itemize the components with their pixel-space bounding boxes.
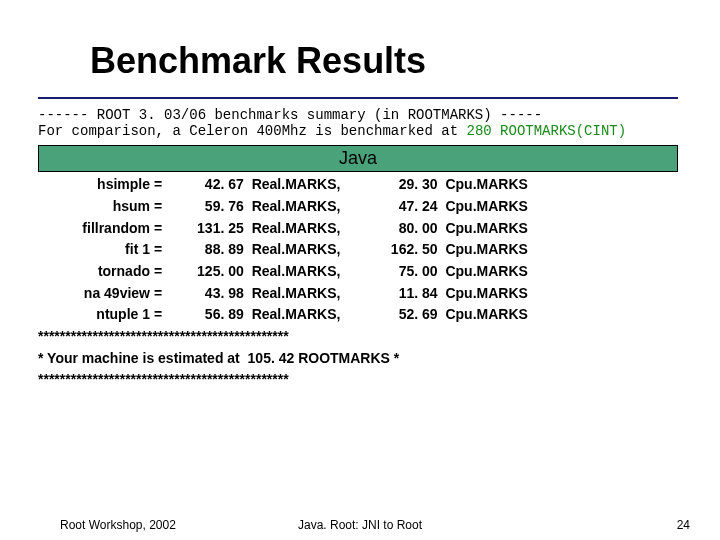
bench-name: na 49view — [38, 283, 150, 305]
cpumarks-unit: Cpu.MARKS — [441, 174, 551, 196]
footer-mid: Java. Root: JNI to Root — [0, 518, 720, 532]
realmarks-unit: Real.MARKS, — [248, 218, 366, 240]
stars-bottom: ****************************************… — [38, 371, 289, 387]
cpumarks-unit: Cpu.MARKS — [441, 283, 551, 305]
bench-name: fillrandom — [38, 218, 150, 240]
equals-sign: = — [154, 174, 172, 196]
realmarks-value: 42. 67 — [176, 174, 244, 196]
equals-sign: = — [154, 261, 172, 283]
cpumarks-unit: Cpu.MARKS — [441, 196, 551, 218]
slide-title: Benchmark Results — [90, 40, 688, 82]
cpumarks-unit: Cpu.MARKS — [441, 218, 551, 240]
header-line2-green: 280 ROOTMARKS(CINT) — [466, 123, 626, 139]
realmarks-unit: Real.MARKS, — [248, 239, 366, 261]
cpumarks-value: 52. 69 — [370, 304, 438, 326]
equals-sign: = — [154, 304, 172, 326]
realmarks-value: 56. 89 — [176, 304, 244, 326]
table-row: ntuple 1 = 56. 89 Real.MARKS, 52. 69 Cpu… — [38, 304, 688, 326]
bench-name: hsum — [38, 196, 150, 218]
footer-page: 24 — [677, 518, 690, 532]
realmarks-value: 131. 25 — [176, 218, 244, 240]
table-row: hsimple = 42. 67 Real.MARKS, 29. 30 Cpu.… — [38, 174, 688, 196]
bench-name: hsimple — [38, 174, 150, 196]
cpumarks-value: 29. 30 — [370, 174, 438, 196]
equals-sign: = — [154, 196, 172, 218]
header-line1: ------ ROOT 3. 03/06 benchmarks summary … — [38, 107, 542, 123]
table-row: hsum = 59. 76 Real.MARKS, 47. 24 Cpu.MAR… — [38, 196, 688, 218]
realmarks-value: 43. 98 — [176, 283, 244, 305]
estimate-line: * Your machine is estimated at 105. 42 R… — [38, 350, 399, 366]
slide: Benchmark Results ------ ROOT 3. 03/06 b… — [0, 0, 720, 540]
table-row: fillrandom = 131. 25 Real.MARKS, 80. 00 … — [38, 218, 688, 240]
realmarks-value: 125. 00 — [176, 261, 244, 283]
equals-sign: = — [154, 283, 172, 305]
table-row: fit 1 = 88. 89 Real.MARKS, 162. 50 Cpu.M… — [38, 239, 688, 261]
java-bar: Java — [38, 145, 678, 172]
bench-name: ntuple 1 — [38, 304, 150, 326]
equals-sign: = — [154, 239, 172, 261]
cpumarks-value: 47. 24 — [370, 196, 438, 218]
table-row: tornado = 125. 00 Real.MARKS, 75. 00 Cpu… — [38, 261, 688, 283]
cpumarks-value: 75. 00 — [370, 261, 438, 283]
equals-sign: = — [154, 218, 172, 240]
realmarks-value: 59. 76 — [176, 196, 244, 218]
bench-name: fit 1 — [38, 239, 150, 261]
summary-block: ****************************************… — [38, 326, 688, 391]
cpumarks-value: 11. 84 — [370, 283, 438, 305]
cpumarks-value: 80. 00 — [370, 218, 438, 240]
realmarks-unit: Real.MARKS, — [248, 283, 366, 305]
cpumarks-value: 162. 50 — [370, 239, 438, 261]
cpumarks-unit: Cpu.MARKS — [441, 261, 551, 283]
header-mono: ------ ROOT 3. 03/06 benchmarks summary … — [38, 107, 688, 139]
realmarks-unit: Real.MARKS, — [248, 304, 366, 326]
realmarks-unit: Real.MARKS, — [248, 261, 366, 283]
cpumarks-unit: Cpu.MARKS — [441, 239, 551, 261]
title-rule — [38, 97, 678, 99]
benchmark-table: hsimple = 42. 67 Real.MARKS, 29. 30 Cpu.… — [38, 174, 688, 326]
cpumarks-unit: Cpu.MARKS — [441, 304, 551, 326]
realmarks-unit: Real.MARKS, — [248, 196, 366, 218]
header-line2-pre: For comparison, a Celeron 400Mhz is benc… — [38, 123, 466, 139]
stars-top: ****************************************… — [38, 328, 289, 344]
realmarks-unit: Real.MARKS, — [248, 174, 366, 196]
bench-name: tornado — [38, 261, 150, 283]
realmarks-value: 88. 89 — [176, 239, 244, 261]
table-row: na 49view = 43. 98 Real.MARKS, 11. 84 Cp… — [38, 283, 688, 305]
title-rule-wrap — [38, 97, 688, 99]
